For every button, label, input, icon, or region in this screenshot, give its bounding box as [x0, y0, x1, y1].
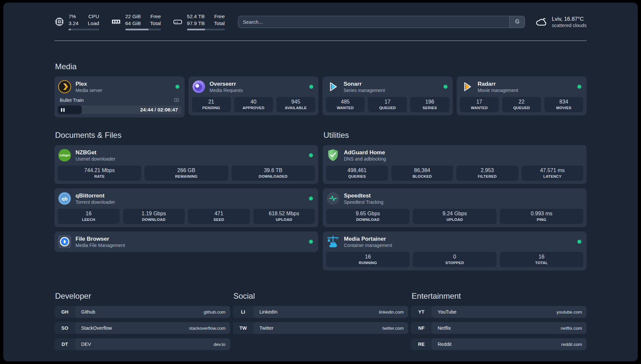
stat-leech: 16 LEECH	[58, 209, 120, 224]
section-media: Media Plex Medi	[54, 62, 587, 117]
service-link-filebrowser[interactable]: File Browser Media File Management	[58, 235, 315, 249]
section-title-media: Media	[55, 62, 587, 71]
bookmark-abbr: GH	[54, 306, 75, 318]
section-title-documents: Documents & Files	[55, 131, 318, 140]
bookmark-name: YouTube	[438, 309, 456, 315]
service-link-plex[interactable]: Plex Media server	[58, 80, 181, 94]
service-link-portainer[interactable]: Media Portainer Container management	[326, 235, 583, 249]
bookmark-domain: stackoverflow.com	[189, 326, 225, 331]
bookmark-netflix[interactable]: NF Netflix netflix.com	[411, 322, 587, 334]
disk-widget: 52.4 TB 97.9 TB Free Total	[173, 13, 225, 30]
svg-text:nzbget: nzbget	[60, 153, 70, 157]
service-link-speedtest[interactable]: Speedtest Speedtest Tracking	[326, 192, 583, 205]
status-dot	[309, 153, 313, 157]
service-card-speedtest: Speedtest Speedtest Tracking 9.65 Gbps D…	[323, 188, 587, 227]
plex-logo-icon	[58, 80, 72, 94]
service-name: Plex	[76, 80, 102, 87]
stat-total: 16 TOTAL	[500, 252, 583, 267]
plex-now-playing: Bullet Train 24:44 / 02:06:47	[58, 96, 181, 114]
bookmark-github[interactable]: GH Github github.com	[54, 306, 230, 318]
bookmark-linkedin[interactable]: LI LinkedIn linkedin.com	[233, 306, 409, 318]
bookmark-twitter[interactable]: TW Twitter twitter.com	[233, 322, 409, 334]
bookmark-group-social: Social LI LinkedIn linkedin.com TW Twitt…	[233, 291, 409, 338]
service-link-sonarr[interactable]: Sonarr Series management	[326, 80, 449, 94]
service-name: AdGuard Home	[344, 149, 386, 156]
cpu-load-value: 3.24	[69, 20, 78, 27]
bookmark-domain: reddit.com	[561, 342, 582, 347]
portainer-logo-icon	[326, 235, 340, 249]
service-name: Radarr	[478, 80, 518, 87]
stat-upload: 618.52 Mbps UPLOAD	[253, 209, 315, 224]
qbittorrent-logo-icon: qb	[58, 192, 72, 205]
stat-download: 1.19 Gbps DOWNLOAD	[123, 209, 185, 224]
status-dot	[175, 85, 179, 89]
bookmark-domain: linkedin.com	[379, 310, 404, 315]
bookmark-abbr: TW	[233, 322, 254, 334]
cpu-usage-value: 7%	[69, 13, 78, 20]
bookmark-abbr: LI	[233, 306, 254, 318]
section-title-utilities: Utilities	[323, 131, 587, 140]
bookmark-youtube[interactable]: YT YouTube youtube.com	[411, 306, 587, 318]
cast-icon	[174, 97, 179, 103]
service-name: Sonarr	[344, 80, 385, 87]
cpu-icon	[54, 17, 64, 27]
memory-free-value: 22 GiB	[125, 13, 141, 20]
playback-progress-bar: 24:44 / 02:06:47	[58, 106, 181, 114]
service-desc: Media server	[76, 88, 102, 93]
weather-widget: Lviv, 16.87°C scattered clouds	[535, 15, 587, 28]
disk-total-value: 97.9 TB	[187, 20, 205, 27]
search-provider-button[interactable]: G	[509, 16, 525, 28]
service-link-radarr[interactable]: Radarr Movie management	[460, 80, 584, 94]
service-link-qbittorrent[interactable]: qb qBittorrent Torrent downloader	[58, 192, 315, 205]
status-dot	[309, 197, 313, 200]
bookmark-reddit[interactable]: RE Reddit reddit.com	[411, 338, 587, 350]
dashboard: 7% 3.24 CPU Load	[3, 3, 638, 361]
bookmark-abbr: NF	[411, 322, 432, 334]
stat-downloaded: 39.6 TB DOWNLOADED	[231, 166, 315, 181]
bookmark-domain: twitter.com	[382, 326, 404, 331]
bookmark-domain: youtube.com	[557, 310, 582, 315]
service-name: NZBGet	[76, 149, 115, 156]
service-desc: Movie management	[478, 88, 518, 93]
status-dot	[577, 240, 581, 244]
bookmark-abbr: RE	[411, 338, 432, 350]
service-desc: Torrent downloader	[76, 199, 115, 205]
service-link-nzbget[interactable]: nzbget NZBGet Usenet downloader	[58, 148, 315, 162]
service-card-plex: Plex Media server Bullet Train	[54, 76, 185, 117]
now-playing-title: Bullet Train	[60, 98, 84, 103]
service-card-sonarr: Sonarr Series management 485 WANTED 17 Q…	[322, 76, 453, 115]
resource-widgets: 7% 3.24 CPU Load	[54, 13, 225, 30]
filebrowser-logo-icon	[58, 235, 72, 249]
sonarr-logo-icon	[326, 80, 340, 94]
stat-filtered: 2,953 FILTERED	[456, 166, 518, 181]
stat-latency: 47.571 ms LATENCY	[522, 166, 584, 181]
svg-text:qb: qb	[62, 196, 68, 201]
section-title-entertainment: Entertainment	[412, 291, 587, 301]
playback-time: 24:44 / 02:06:47	[140, 107, 181, 113]
memory-total-value: 64 GiB	[125, 20, 141, 27]
cloud-icon	[535, 15, 547, 28]
stat-running: 16 RUNNING	[326, 252, 410, 267]
service-link-adguard[interactable]: AdGuard Home DNS and adblocking	[326, 148, 583, 162]
weather-condition: scattered clouds	[552, 23, 587, 28]
service-link-overseerr[interactable]: Overseerr Media Requests	[192, 80, 316, 94]
service-card-qbittorrent: qb qBittorrent Torrent downloader 16 LEE…	[54, 188, 318, 227]
service-desc: Media File Management	[76, 243, 125, 248]
service-desc: Media Requests	[210, 88, 243, 93]
status-dot	[309, 240, 313, 244]
topbar: 7% 3.24 CPU Load	[54, 13, 587, 31]
bookmark-domain: dev.to	[214, 342, 226, 347]
service-card-filebrowser: File Browser Media File Management	[54, 231, 318, 252]
bookmark-stackoverflow[interactable]: SO StackOverflow stackoverflow.com	[54, 322, 230, 334]
service-card-radarr: Radarr Movie management 17 WANTED 22 QUE…	[457, 76, 587, 115]
memory-progress-bar	[125, 29, 161, 30]
stat-queued: 17 QUEUED	[368, 97, 407, 112]
overseerr-logo-icon	[192, 80, 206, 94]
search-input[interactable]	[238, 16, 525, 28]
stat-queries: 498,461 QUERIES	[326, 166, 388, 181]
adguard-logo-icon	[326, 148, 340, 162]
status-dot	[309, 85, 313, 89]
stat-blocked: 86,384 BLOCKED	[391, 166, 453, 181]
bookmark-dev[interactable]: DT DEV dev.to	[54, 338, 230, 350]
service-card-overseerr: Overseerr Media Requests 21 PENDING 40 A…	[189, 76, 319, 115]
